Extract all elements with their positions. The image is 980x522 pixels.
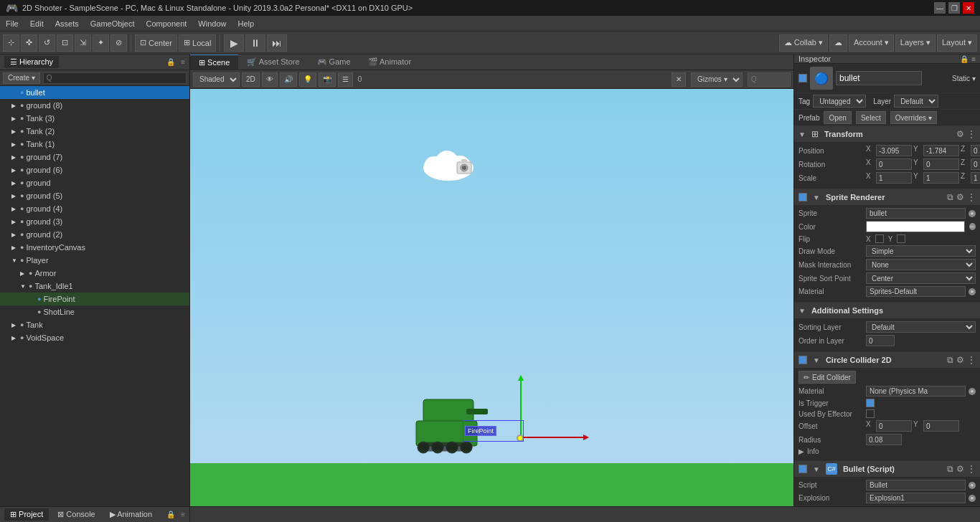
script-picker[interactable]: ● — [969, 482, 976, 489]
flip-x-checkbox[interactable] — [875, 234, 884, 243]
hierarchy-search[interactable] — [43, 72, 187, 84]
bullet-script-enable[interactable] — [798, 465, 807, 473]
hierarchy-lock[interactable]: 🔒 — [166, 58, 175, 66]
fx-button[interactable]: 💡 — [299, 72, 316, 87]
menu-assets[interactable]: Assets — [50, 18, 85, 29]
menu-file[interactable]: File — [0, 18, 24, 29]
is-trigger-checkbox[interactable] — [866, 399, 875, 407]
scale-y-input[interactable] — [923, 172, 959, 184]
order-in-layer-input[interactable] — [866, 335, 895, 346]
scene-settings[interactable]: ✕ — [672, 72, 686, 87]
mask-dropdown[interactable]: None — [866, 259, 976, 270]
sort-point-dropdown[interactable]: Center — [866, 272, 976, 284]
color-picker-button[interactable]: ✏ — [969, 223, 976, 230]
layer-dropdown[interactable]: Default — [894, 95, 938, 108]
hier-item-ground8[interactable]: ▶ ● ground (8) — [0, 99, 189, 112]
position-y-input[interactable] — [923, 145, 959, 156]
titlebar-controls[interactable]: — ❐ ✕ — [934, 2, 974, 14]
rotation-z-input[interactable] — [971, 158, 980, 170]
open-prefab-button[interactable]: Open — [824, 111, 851, 124]
sprite-renderer-enable[interactable] — [798, 193, 807, 201]
sorting-layer-dropdown[interactable]: Default — [866, 321, 976, 333]
sprite-renderer-settings-icon[interactable]: ⚙ — [956, 192, 964, 202]
tab-animation[interactable]: ▶ Animation — [104, 508, 158, 521]
tool-rect[interactable]: ⇲ — [75, 34, 91, 52]
draw-mode-dropdown[interactable]: Simple — [866, 245, 976, 257]
circle-collider-more[interactable]: ⋮ — [967, 355, 976, 365]
tag-dropdown[interactable]: Untagged — [813, 95, 866, 108]
hier-item-tank[interactable]: ▶ ● Tank — [0, 318, 189, 331]
flip-y-checkbox[interactable] — [897, 234, 905, 243]
hier-item-ground3[interactable]: ▶ ● ground (3) — [0, 215, 189, 228]
select-prefab-button[interactable]: Select — [856, 111, 886, 124]
tool-hand[interactable]: ⊹ — [3, 34, 19, 52]
bullet-script-more[interactable]: ⋮ — [967, 464, 976, 474]
edit-collider-button[interactable]: ✏ Edit Collider — [798, 371, 856, 384]
tab-hierarchy[interactable]: ☰ Hierarchy — [4, 56, 59, 68]
hier-item-player[interactable]: ▼ ● Player — [0, 254, 189, 267]
transform-settings-icon[interactable]: ⚙ — [956, 129, 964, 139]
bullet-script-header[interactable]: ▼ C# Bullet (Script) ⧉ ⚙ ⋮ — [794, 461, 980, 477]
hier-item-firepoint[interactable]: ● FirePoint — [0, 293, 189, 305]
project-lock-icon[interactable]: 🔒 — [166, 511, 175, 518]
local-global-button[interactable]: ⊞ Local — [179, 34, 216, 52]
additional-settings-header[interactable]: ▼ Additional Settings — [794, 303, 980, 318]
position-z-input[interactable] — [971, 145, 980, 156]
static-dropdown-icon[interactable]: ▾ — [972, 75, 976, 82]
tab-project[interactable]: ⊞ Project — [4, 508, 49, 521]
tab-scene[interactable]: ⊞ Scene — [190, 54, 238, 70]
circle-collider-header[interactable]: ▼ Circle Collider 2D ⧉ ⚙ ⋮ — [794, 352, 980, 368]
hier-item-bullet[interactable]: ● bullet — [0, 86, 189, 99]
sprite-picker-button[interactable]: ● — [969, 210, 976, 217]
tool-scale[interactable]: ⊡ — [57, 34, 73, 52]
rotation-x-input[interactable] — [876, 158, 912, 170]
transform-header[interactable]: ▼ ⊞ Transform ⚙ ⋮ — [794, 126, 980, 142]
close-button[interactable]: ✕ — [963, 2, 974, 14]
info-collapse-icon[interactable]: ▶ — [798, 447, 804, 455]
layers-button[interactable]: Layers ▾ — [895, 34, 936, 52]
circle-collider-settings[interactable]: ⚙ — [956, 355, 964, 365]
offset-y-input[interactable] — [923, 420, 959, 432]
inspector-menu-icon[interactable]: ≡ — [971, 55, 976, 63]
sprite-renderer-more-icon[interactable]: ⋮ — [967, 192, 976, 202]
hier-item-ground5[interactable]: ▶ ● ground (5) — [0, 189, 189, 202]
step-button[interactable]: ⏭ — [267, 34, 287, 52]
collider-material-picker[interactable]: ● — [969, 388, 976, 395]
scene-search[interactable] — [748, 72, 791, 87]
hier-item-armor[interactable]: ▶ ● Armor — [0, 267, 189, 280]
explosion-picker[interactable]: ● — [969, 495, 976, 502]
collab-button[interactable]: ☁ Collab ▾ — [779, 34, 828, 52]
hier-item-ground7[interactable]: ▶ ● ground (7) — [0, 151, 189, 163]
light-button[interactable]: 👁 — [262, 72, 278, 87]
sprite-renderer-header[interactable]: ▼ Sprite Renderer ⧉ ⚙ ⋮ — [794, 189, 980, 205]
cloud-button[interactable]: ☁ — [829, 34, 847, 52]
circle-collider-paste[interactable]: ⧉ — [947, 355, 953, 365]
rotation-y-input[interactable] — [923, 158, 959, 170]
hier-item-inventorycanvas[interactable]: ▶ ● InventoryCanvas — [0, 241, 189, 254]
hier-item-tank3[interactable]: ▶ ● Tank (3) — [0, 112, 189, 125]
sprite-renderer-paste-icon[interactable]: ⧉ — [947, 192, 953, 202]
transform-more-icon[interactable]: ⋮ — [967, 129, 976, 139]
menu-gameobject[interactable]: GameObject — [85, 18, 141, 29]
bullet-script-settings[interactable]: ⚙ — [956, 464, 964, 474]
gizmos-dropdown[interactable]: Gizmos ▾ — [691, 72, 743, 87]
color-swatch[interactable] — [866, 221, 965, 232]
menu-component[interactable]: Component — [140, 18, 192, 29]
hier-item-shotline[interactable]: ● ShotLine — [0, 305, 189, 318]
tab-asset-store[interactable]: 🛒 Asset Store — [238, 54, 308, 70]
scene-viewport[interactable]: FirePoint — [190, 89, 793, 506]
hierarchy-create-button[interactable]: Create ▾ — [3, 72, 40, 84]
sound-button[interactable]: 🔊 — [280, 72, 297, 87]
2d-button[interactable]: 2D — [242, 72, 260, 87]
circle-collider-enable[interactable] — [798, 356, 807, 364]
radius-input[interactable] — [866, 434, 902, 445]
layout-button[interactable]: Layout ▾ — [937, 34, 977, 52]
pause-button[interactable]: ⏸ — [245, 34, 265, 52]
hier-item-ground2[interactable]: ▶ ● ground (2) — [0, 228, 189, 241]
tool-transform[interactable]: ✦ — [93, 34, 109, 52]
camera-button[interactable]: 📸 — [319, 72, 336, 87]
hier-item-tankidle[interactable]: ▼ ● Tank_Idle1 — [0, 280, 189, 293]
tab-game[interactable]: 🎮 Game — [308, 54, 359, 70]
center-pivot-button[interactable]: ⊡ Center — [135, 34, 177, 52]
tool-rotate[interactable]: ↺ — [39, 34, 55, 52]
